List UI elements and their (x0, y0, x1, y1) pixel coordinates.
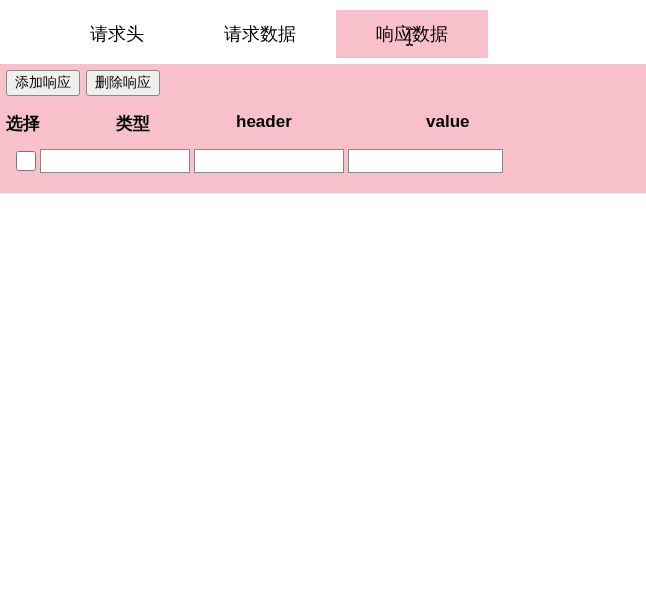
column-header-header: header (236, 112, 426, 135)
toolbar: 添加响应 删除响应 (6, 70, 640, 96)
row-select-checkbox[interactable] (16, 151, 36, 171)
row-value-input[interactable] (348, 149, 503, 173)
column-header-select: 选择 (6, 112, 116, 135)
column-header-type: 类型 (116, 112, 236, 135)
row-header-input[interactable] (194, 149, 344, 173)
table-header-row: 选择 类型 header value (6, 108, 640, 149)
delete-response-button[interactable]: 删除响应 (86, 70, 160, 96)
tabs-bar: 请求头 请求数据 响应数据 (0, 0, 646, 58)
tab-request-headers[interactable]: 请求头 (50, 10, 184, 58)
tab-request-data[interactable]: 请求数据 (184, 10, 336, 58)
add-response-button[interactable]: 添加响应 (6, 70, 80, 96)
table-row (6, 149, 640, 173)
tab-response-data[interactable]: 响应数据 (336, 10, 488, 58)
row-type-input[interactable] (40, 149, 190, 173)
column-header-value: value (426, 112, 469, 135)
response-panel: 添加响应 删除响应 选择 类型 header value (0, 64, 646, 193)
